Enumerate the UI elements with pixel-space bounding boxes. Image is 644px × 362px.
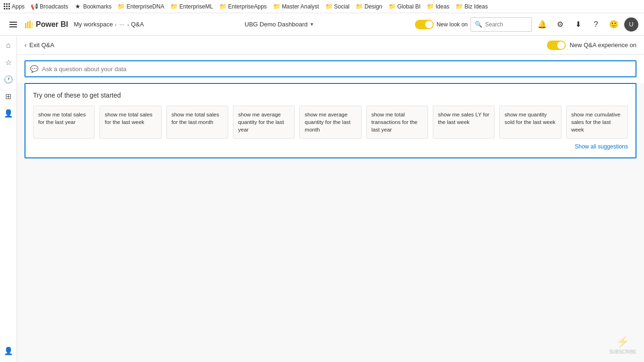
breadcrumb-sep-1: ›	[115, 22, 117, 27]
sidebar-item-home[interactable]: ⌂	[1, 38, 16, 53]
suggestion-card-4[interactable]: show me average quantity for the last mo…	[299, 106, 361, 139]
bookmark-ideas[interactable]: 📁 Ideas	[427, 3, 449, 10]
suggestion-card-6[interactable]: show me sales LY for the last week	[433, 106, 495, 139]
bookmark-bookmarks[interactable]: ★ Bookmarks	[74, 3, 111, 10]
watermark: ⚡ SUBSCRIBE	[609, 335, 636, 354]
new-qa-label: New Q&A experience on	[570, 41, 636, 49]
bookmark-broadcasts[interactable]: 📢 Broadcasts	[31, 3, 68, 10]
layout: ⌂ ☆ 🕐 ⊞ 👤 👤 ‹ Exit Q&A	[0, 36, 644, 362]
globalbi-icon: 📁	[389, 3, 396, 10]
help-icon: ?	[594, 20, 598, 29]
social-label: Social	[334, 3, 350, 10]
suggestion-card-0[interactable]: show me total sales for the last year	[33, 106, 95, 139]
power-bi-logo[interactable]: Power BI	[25, 20, 68, 29]
emoji-button[interactable]: 🙂	[606, 17, 621, 32]
main-header: Power BI My workspace › ··· › Q&A UBG De…	[0, 13, 644, 36]
sidebar-item-recents[interactable]: 🕐	[1, 72, 16, 87]
exit-qa-button[interactable]: ‹ Exit Q&A	[25, 41, 54, 49]
sidebar: ⌂ ☆ 🕐 ⊞ 👤 👤	[0, 36, 17, 362]
back-arrow-icon: ‹	[25, 41, 26, 49]
suggestion-card-2[interactable]: show me total sales for the last month	[166, 106, 228, 139]
sidebar-item-profile[interactable]: 👤	[1, 343, 16, 358]
toggle-thumb	[425, 21, 433, 28]
apps-button[interactable]: Apps	[4, 3, 25, 10]
masteranalyst-icon: 📁	[273, 3, 280, 10]
bookmarks-label: Bookmarks	[83, 3, 111, 10]
new-look-toggle[interactable]	[415, 20, 434, 29]
breadcrumb-qa[interactable]: Q&A	[131, 21, 144, 28]
dashboard-title[interactable]: UBG Demo Dashboard ▼	[245, 21, 314, 28]
suggestion-card-7[interactable]: show me quantity sold for the last week	[499, 106, 561, 139]
bookmark-social[interactable]: 📁 Social	[326, 3, 350, 10]
main-content: ‹ Exit Q&A New Q&A experience on 💬 Try o…	[17, 36, 644, 362]
qa-search-box[interactable]: 💬	[25, 60, 636, 77]
sidebar-item-apps[interactable]: ⊞	[1, 89, 16, 104]
design-icon: 📁	[356, 3, 363, 10]
shared-icon: 👤	[4, 109, 13, 118]
bookmark-design[interactable]: 📁 Design	[356, 3, 382, 10]
bookmarks-icon: ★	[74, 3, 81, 10]
settings-button[interactable]: ⚙	[553, 17, 568, 32]
design-label: Design	[364, 3, 382, 10]
subscribe-label: SUBSCRIBE	[609, 349, 636, 354]
dashboard-title-text: UBG Demo Dashboard	[245, 21, 308, 28]
hamburger-button[interactable]	[6, 17, 21, 32]
powerbi-icon	[25, 20, 33, 29]
svg-rect-3	[32, 22, 33, 28]
hamburger-icon	[9, 22, 17, 27]
qa-search-icon: 💬	[30, 65, 38, 73]
suggestion-card-5[interactable]: show me total transactions for the last …	[366, 106, 428, 139]
header-center: UBG Demo Dashboard ▼	[148, 21, 411, 28]
bookmark-enterpriseml[interactable]: 📁 EnterpriseML	[171, 3, 213, 10]
sidebar-item-favorites[interactable]: ☆	[1, 55, 16, 70]
bookmark-global-bi[interactable]: 📁 Global BI	[389, 3, 421, 10]
qa-search-container: 💬	[17, 55, 644, 83]
breadcrumb-my-workspace[interactable]: My workspace	[74, 21, 113, 28]
download-button[interactable]: ⬇	[570, 17, 586, 32]
breadcrumb-ellipsis[interactable]: ···	[118, 21, 125, 28]
new-qa-toggle[interactable]	[547, 41, 566, 50]
enterprisedna-label: EnterpriseDNA	[126, 3, 164, 10]
bookmark-biz-ideas[interactable]: 📁 Biz Ideas	[456, 3, 487, 10]
header-search-box[interactable]: 🔍	[471, 17, 532, 32]
bookmark-enterprisedna[interactable]: 📁 EnterpriseDNA	[118, 3, 164, 10]
apps-sidebar-icon: ⊞	[5, 92, 11, 101]
broadcasts-label: Broadcasts	[40, 3, 68, 10]
bookmarks-bar: Apps 📢 Broadcasts ★ Bookmarks 📁 Enterpri…	[0, 0, 644, 13]
apps-grid-icon	[4, 3, 10, 9]
bookmark-enterpriseapps[interactable]: 📁 EnterpriseApps	[220, 3, 267, 10]
dashboard-dropdown-icon: ▼	[309, 22, 314, 27]
user-avatar[interactable]: U	[624, 17, 638, 32]
suggestions-title: Try one of these to get started	[33, 91, 628, 99]
qa-search-input[interactable]	[42, 66, 631, 73]
sidebar-item-shared[interactable]: 👤	[1, 106, 16, 121]
search-icon: 🔍	[475, 21, 482, 28]
exit-qa-label: Exit Q&A	[29, 41, 54, 49]
notification-icon: 🔔	[537, 20, 547, 29]
suggestions-grid: show me total sales for the last yearsho…	[33, 106, 628, 139]
help-button[interactable]: ?	[588, 17, 603, 32]
breadcrumb: My workspace › ··· › Q&A	[74, 21, 144, 28]
social-icon: 📁	[326, 3, 332, 10]
show-all-suggestions-link[interactable]: Show all suggestions	[33, 143, 628, 150]
search-input[interactable]	[485, 21, 528, 28]
ideas-icon: 📁	[427, 3, 434, 10]
svg-rect-2	[29, 21, 31, 28]
suggestion-card-3[interactable]: show me average quantity for the last ye…	[233, 106, 295, 139]
settings-icon: ⚙	[557, 20, 563, 29]
globalbi-label: Global BI	[397, 3, 421, 10]
suggestion-card-8[interactable]: show me cumulative sales for the last we…	[566, 106, 628, 139]
bookmark-master-analyst[interactable]: 📁 Master Analyst	[273, 3, 319, 10]
enterpriseapps-icon: 📁	[220, 3, 226, 10]
avatar-initial: U	[629, 21, 633, 28]
svg-rect-1	[27, 22, 29, 28]
bizideas-icon: 📁	[456, 3, 462, 10]
notification-button[interactable]: 🔔	[535, 17, 550, 32]
broadcasts-icon: 📢	[31, 3, 38, 10]
new-look-toggle-container: New look on	[415, 20, 468, 29]
suggestion-card-1[interactable]: show me total sales for the last week	[99, 106, 161, 139]
favorites-icon: ☆	[5, 58, 12, 67]
profile-icon: 👤	[4, 346, 13, 355]
download-icon: ⬇	[575, 20, 581, 29]
new-qa-toggle-container: New Q&A experience on	[547, 41, 636, 50]
